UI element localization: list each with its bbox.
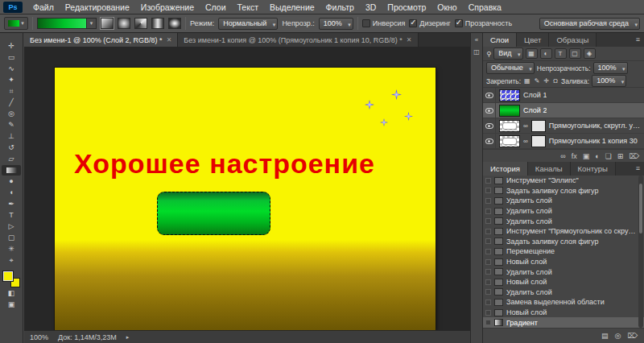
shape-filter-icon[interactable]: ▢	[569, 48, 581, 59]
clone-stamp-tool-icon[interactable]: ⊥	[2, 131, 21, 142]
dodge-tool-icon[interactable]: ◖	[2, 188, 21, 198]
tool-preset-picker[interactable]: ▾	[4, 17, 28, 30]
add-mask-icon[interactable]: ▣	[583, 152, 590, 160]
lock-all-icon[interactable]: Ω	[552, 77, 559, 85]
history-item[interactable]: Перемещение	[483, 246, 644, 257]
new-document-from-state-icon[interactable]: ▤	[601, 332, 609, 340]
scrollbar-thumb[interactable]	[639, 184, 642, 233]
fill-select[interactable]: 100%	[592, 75, 626, 87]
history-item[interactable]: Инструмент "Прямоугольник со скругленным…	[483, 226, 644, 237]
history-source-box[interactable]	[485, 209, 491, 214]
screen-mode-icon[interactable]: ▣	[2, 300, 21, 310]
path-selection-tool-icon[interactable]: ▷	[2, 221, 21, 232]
crop-tool-icon[interactable]: ⌗	[2, 86, 21, 97]
close-icon[interactable]: ✕	[167, 36, 172, 43]
menu-file[interactable]: Файл	[27, 0, 60, 14]
angle-gradient-button[interactable]	[134, 18, 147, 29]
shape-tool-icon[interactable]: ▢	[2, 233, 21, 243]
canvas-document[interactable]: Хорошее настроение	[55, 68, 436, 330]
zoom-tool-icon[interactable]: ⌖	[2, 255, 21, 266]
foreground-color-swatch[interactable]	[3, 271, 13, 281]
quick-selection-tool-icon[interactable]: ✦	[2, 75, 21, 85]
linear-gradient-button[interactable]	[101, 18, 114, 29]
visibility-toggle[interactable]	[483, 134, 496, 148]
panel-menu-icon[interactable]: ≡	[632, 33, 644, 47]
blur-tool-icon[interactable]: ●	[2, 176, 21, 187]
menu-window[interactable]: Окно	[431, 0, 462, 14]
panel-menu-icon[interactable]: ≡	[632, 162, 644, 176]
gradient-swatch[interactable]	[37, 18, 87, 29]
gradient-picker[interactable]: ▾	[37, 18, 97, 29]
visibility-toggle[interactable]	[483, 118, 496, 133]
history-item[interactable]: Замена выделенной области	[483, 297, 644, 308]
history-source-box[interactable]	[485, 188, 491, 193]
pen-tool-icon[interactable]: ✒	[2, 199, 21, 209]
history-source-box[interactable]	[485, 218, 491, 224]
eyedropper-tool-icon[interactable]: ╱	[2, 97, 21, 108]
marquee-tool-icon[interactable]: ▭	[2, 52, 21, 63]
layer-row-3[interactable]: ∞ Прямоугольник, скругл. углы 1	[483, 118, 644, 134]
gradient-tool-icon[interactable]	[2, 165, 21, 176]
hand-tool-icon[interactable]: ✳	[2, 244, 21, 254]
history-source-box[interactable]	[485, 198, 491, 204]
mode-select[interactable]: Нормальный	[218, 18, 278, 30]
dither-checkbox[interactable]	[409, 19, 417, 27]
tab-layers[interactable]: Слои	[483, 33, 517, 47]
history-source-box[interactable]	[485, 289, 491, 295]
delete-layer-icon[interactable]: ⌦	[629, 152, 639, 160]
close-icon[interactable]: ✕	[407, 36, 412, 43]
history-item[interactable]: Новый слой	[483, 277, 644, 287]
menu-filter[interactable]: Фильтр	[320, 0, 360, 14]
history-panel-icon[interactable]: ◫	[473, 48, 480, 56]
menu-help[interactable]: Справка	[463, 0, 507, 14]
history-item[interactable]: Удалить слой	[483, 216, 644, 226]
type-tool-icon[interactable]: T	[2, 210, 21, 221]
new-group-icon[interactable]: ❏	[605, 152, 612, 160]
menu-view[interactable]: Просмотр	[382, 0, 431, 14]
menu-type[interactable]: Текст	[232, 0, 264, 14]
color-swatches[interactable]	[3, 271, 20, 287]
history-item[interactable]: Удалить слой	[483, 287, 644, 298]
document-tab-1[interactable]: Без имени-1 @ 100% (Слой 2, RGB/8) * ✕	[24, 33, 178, 47]
layer-opacity-select[interactable]: 100%	[593, 62, 628, 74]
workspace-select[interactable]: Основная рабочая среда	[539, 18, 640, 30]
history-item[interactable]: Удалить слой	[483, 267, 644, 277]
invert-checkbox[interactable]	[362, 19, 370, 27]
collapse-panels-icon[interactable]: «	[475, 36, 478, 43]
history-brush-tool-icon[interactable]: ↺	[2, 143, 21, 153]
tab-color[interactable]: Цвет	[517, 33, 549, 47]
radial-gradient-button[interactable]	[118, 18, 130, 29]
history-item-current[interactable]: Градиент	[483, 317, 644, 328]
history-source-box[interactable]	[485, 310, 491, 316]
menu-3d[interactable]: 3D	[360, 0, 382, 14]
move-tool-icon[interactable]: ✛	[2, 41, 21, 52]
quick-mask-icon[interactable]: ◧	[2, 288, 21, 299]
history-item[interactable]: Задать заливку слоя фигур	[483, 186, 644, 196]
layer-row-2[interactable]: Слой 2	[483, 103, 644, 118]
transparency-checkbox[interactable]	[455, 19, 463, 27]
history-source-box[interactable]	[485, 229, 491, 234]
history-item[interactable]: Удалить слой	[483, 196, 644, 206]
adjustment-filter-icon[interactable]: ◐	[540, 48, 552, 59]
history-item[interactable]: Новый слой	[483, 257, 644, 267]
delete-state-icon[interactable]: ⌦	[627, 332, 638, 340]
history-source-box[interactable]	[485, 279, 491, 285]
zoom-level-field[interactable]: 100%	[30, 333, 48, 341]
opacity-select[interactable]: 100%	[319, 18, 353, 30]
menu-layers[interactable]: Слои	[200, 0, 232, 14]
history-source-box[interactable]	[485, 320, 491, 325]
history-source-box[interactable]	[485, 238, 491, 244]
smart-object-filter-icon[interactable]: ◈	[584, 48, 596, 59]
status-arrow-icon[interactable]: ▸	[126, 334, 130, 341]
history-source-box[interactable]	[485, 249, 491, 254]
new-layer-icon[interactable]: ⊞	[617, 152, 624, 160]
adjustment-layer-icon[interactable]: ◐	[595, 152, 599, 160]
menu-edit[interactable]: Редактирование	[60, 0, 135, 14]
link-layers-icon[interactable]: ∞	[560, 152, 565, 160]
diamond-gradient-button[interactable]	[168, 18, 181, 29]
lock-transparency-icon[interactable]: ▦	[523, 77, 531, 85]
document-tab-2[interactable]: Без имени-1 копия @ 100% (Прямоугольник …	[178, 33, 418, 47]
menu-select[interactable]: Выделение	[264, 0, 320, 14]
tab-channels[interactable]: Каналы	[528, 162, 571, 176]
lock-position-icon[interactable]: ✛	[543, 77, 550, 85]
